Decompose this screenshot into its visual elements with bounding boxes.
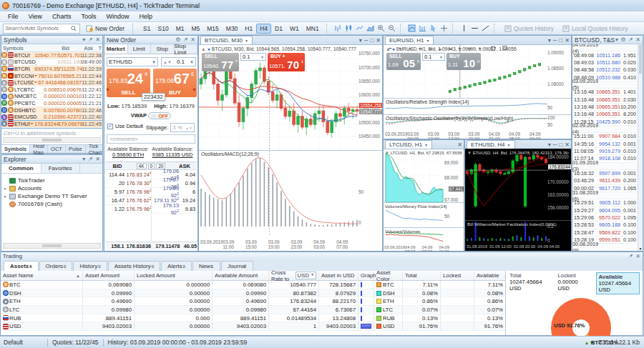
indicators-icon[interactable]: [407, 24, 416, 33]
asset-row[interactable]: ♦ETH 0.49690 0.00000 0.49690 176.83244 8…: [1, 297, 505, 306]
crosshair-icon[interactable]: [439, 24, 449, 33]
gear-icon[interactable]: ⚙: [620, 36, 625, 43]
tns-row[interactable]: 13:16:48 10665.351 2.030: [572, 96, 638, 103]
tns-row[interactable]: 15:28:47 9569.822 0.100: [572, 229, 638, 237]
horizontal-line-tool-icon[interactable]: [470, 24, 479, 33]
available-balance-usd[interactable]: 9385.11335 USD: [150, 151, 195, 158]
timeframe-button[interactable]: H1: [241, 24, 256, 34]
maximize-icon[interactable]: □: [370, 37, 374, 44]
order-type-tab[interactable]: Stop: [151, 44, 175, 54]
tns-row[interactable]: 08:49:08 10511.186 1.951: [572, 51, 638, 59]
pin-icon[interactable]: 📌︎: [87, 36, 93, 43]
expander-icon[interactable]: ▾: [3, 194, 7, 199]
timeframe-button[interactable]: M1: [172, 24, 188, 34]
tns-row[interactable]: 15:28:53 9605.188 0.100: [572, 222, 638, 229]
new-order-button[interactable]: New Order: [82, 23, 129, 34]
trading-tab[interactable]: Alerts0: [161, 261, 192, 271]
area-chart-icon[interactable]: [366, 24, 375, 33]
timeframe-button[interactable]: S1: [140, 24, 154, 34]
assets-table-header[interactable]: Asset Name▲ Asset Amount Locked Amount A…: [1, 271, 505, 281]
timeframe-button[interactable]: D1: [271, 24, 286, 34]
quantity-stepper[interactable]: ▲▼0.1▼: [161, 57, 196, 66]
chart-qty-stepper[interactable]: 0.1▼: [422, 53, 445, 61]
comment-input[interactable]: <comment>: [107, 134, 195, 144]
order-type-tab[interactable]: Market: [104, 44, 128, 54]
local-quotes-history-button[interactable]: Local Quotes History: [559, 23, 632, 34]
symbol-row[interactable]: ♦ ETHUSD ⏷ 176.83244 179.06676 11:22:45: [1, 121, 102, 128]
menu-item[interactable]: Tools: [76, 12, 101, 21]
symbol-row[interactable]: D B DSHBTC ⏷ 0.00760 0.00780 11:22:46: [1, 107, 102, 114]
trading-tab[interactable]: Orders0: [39, 261, 73, 271]
available-balance-eth[interactable]: 0.59690 ETH: [107, 151, 150, 158]
chart-buy-button[interactable]: BUY +10571.701: [268, 53, 305, 71]
tns-row[interactable]: 08:49:03 10511.680 0.020: [572, 59, 638, 66]
timeframe-button[interactable]: MN1: [303, 24, 323, 34]
tns-row[interactable]: 03.09.2019 (5): [572, 81, 638, 89]
ethusd-price-chart[interactable]: [465, 149, 548, 220]
symbol-select[interactable]: ETHUSD▼: [107, 57, 158, 66]
symbols-tab[interactable]: OCT: [48, 145, 66, 153]
tns-row[interactable]: 13:16:48 10665.351 8.200: [572, 111, 638, 118]
close-icon[interactable]: ✕: [376, 37, 381, 44]
tree-node[interactable]: ▾ Exchange Demo TT Server: [3, 192, 101, 200]
dropdown-icon[interactable]: ▾: [359, 37, 362, 44]
menu-item[interactable]: Charts: [47, 12, 77, 21]
order-type-tab[interactable]: Stop Limit: [175, 44, 198, 54]
trading-tab[interactable]: Assets6: [4, 261, 39, 271]
symbol-row[interactable]: B ★ BTCCNH ⏷ 75010.60 76565.21 11:22:44: [1, 73, 102, 80]
symbols-tab[interactable]: Symbols: [1, 145, 30, 153]
line-chart-icon[interactable]: [355, 24, 364, 33]
symbol-row[interactable]: B BTCUSD_L ⏷ 10511.186 08:49:00: [1, 59, 102, 66]
chart-sell-button[interactable]: SELL1.09055: [386, 53, 421, 70]
ltcusd-chart-tab[interactable]: LTCUSD, H1▼: [385, 140, 432, 149]
dropdown-icon[interactable]: ▾: [82, 156, 85, 162]
trading-tab[interactable]: Journal: [221, 261, 253, 271]
minimize-icon[interactable]: ─: [553, 141, 557, 148]
menu-item[interactable]: File: [3, 12, 24, 21]
main-chart-tab[interactable]: BTCUSD, M30▼: [200, 36, 253, 44]
dropdown-icon[interactable]: ▾: [615, 36, 618, 43]
tree-node[interactable]: 70016769 (Cash): [3, 200, 101, 208]
tns-row[interactable]: 14:35:16 9954.132 0.001: [572, 140, 638, 147]
minimize-icon[interactable]: ─: [553, 37, 557, 44]
timeframe-button[interactable]: M15: [203, 24, 223, 34]
cross-currency-select[interactable]: USD▼: [296, 272, 316, 279]
symbols-tab[interactable]: Pulse: [66, 145, 86, 153]
symbols-column-header[interactable]: Symbols Bid Ask T: [1, 44, 102, 52]
tns-row[interactable]: 01.09.2019 (3): [572, 163, 638, 170]
close-icon[interactable]: ✕: [565, 37, 570, 44]
tns-row[interactable]: 16:16:32 9597.699 0.001: [572, 170, 638, 177]
use-default-checkbox[interactable]: ✓ Use Default: [107, 123, 143, 129]
cursor-icon[interactable]: [429, 24, 438, 33]
trading-tab[interactable]: News: [192, 261, 220, 271]
trend-line-tool-icon[interactable]: [481, 24, 490, 33]
close-icon[interactable]: ✕: [95, 36, 100, 43]
tns-row[interactable]: 15:29:51 9605.112 1.000: [572, 199, 638, 207]
timeframe-button[interactable]: W1: [286, 24, 303, 34]
tree-node[interactable]: ▾ Accounts: [3, 184, 101, 192]
tns-scrollbar[interactable]: ▼: [638, 44, 643, 251]
close-icon[interactable]: ✕: [95, 156, 100, 162]
profile-name[interactable]: Default: [0, 339, 43, 346]
bar-chart-icon[interactable]: [333, 24, 343, 33]
tns-row[interactable]: 03:46:29 9611.439 0.200: [572, 177, 638, 184]
symbol-row[interactable]: Ł LTCUSD ⏷ 67.44164 68.08157 11:22:46: [1, 79, 102, 86]
ltcusd-price-chart[interactable]: [384, 149, 445, 202]
macd-chart[interactable]: [199, 151, 359, 237]
candlestick-chart-icon[interactable]: [344, 24, 353, 33]
maximize-icon[interactable]: □: [559, 141, 562, 148]
close-icon[interactable]: ✕: [457, 141, 462, 148]
tns-row[interactable]: 02.09.2019 (4): [572, 126, 638, 133]
vertical-line-tool-icon[interactable]: [459, 24, 469, 33]
trading-tab[interactable]: Assets History0: [108, 261, 160, 271]
menu-item[interactable]: Window: [101, 12, 134, 21]
chart-qty-stepper[interactable]: 0.1▼: [240, 53, 266, 61]
dropdown-icon[interactable]: ▾: [82, 36, 85, 43]
symbol-search[interactable]: [3, 24, 80, 34]
zoom-out-icon[interactable]: [387, 24, 396, 33]
symbol-row[interactable]: B BTCUSD ⏷ 10540.777 10571.701 11:22:38: [1, 52, 102, 59]
dropdown-icon[interactable]: ▾: [548, 37, 551, 44]
tns-row[interactable]: 15:11:00 9907.984 0.010: [572, 133, 638, 140]
explorer-tab[interactable]: Common: [1, 164, 42, 173]
dropdown-icon[interactable]: ▾: [548, 141, 551, 148]
